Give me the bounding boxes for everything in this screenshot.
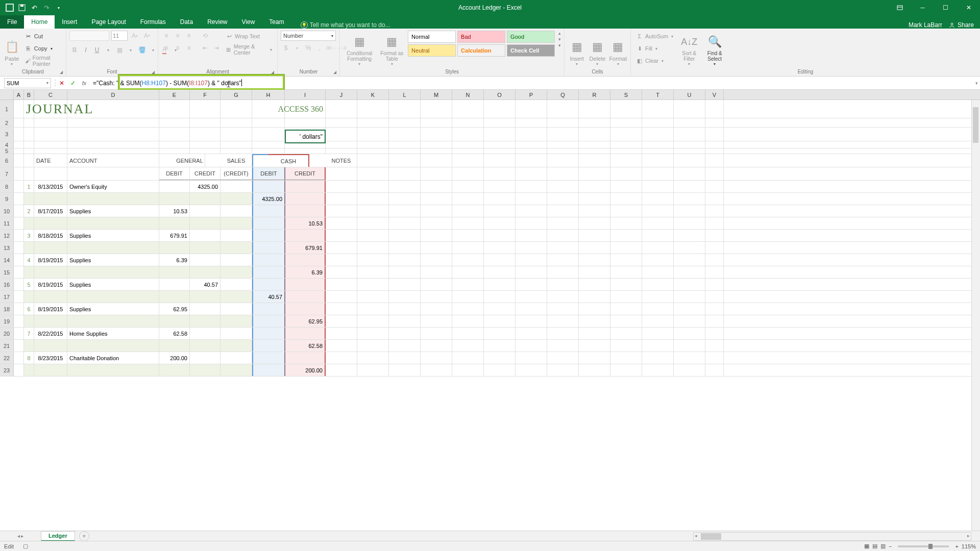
cell[interactable]: [642, 303, 674, 315]
cell[interactable]: [421, 141, 452, 148]
access-360-label[interactable]: ACCESS 360: [285, 100, 326, 118]
cell[interactable]: [579, 279, 610, 290]
cell[interactable]: [389, 100, 421, 118]
cell[interactable]: [220, 242, 252, 254]
cell[interactable]: [34, 118, 67, 127]
cell[interactable]: [579, 100, 610, 118]
tab-insert[interactable]: Insert: [55, 15, 84, 29]
cell[interactable]: [24, 167, 34, 180]
cell[interactable]: [674, 100, 705, 118]
cell[interactable]: [326, 128, 357, 141]
cell[interactable]: [14, 328, 24, 339]
cell[interactable]: [516, 181, 547, 192]
cell[interactable]: [220, 128, 252, 141]
cell[interactable]: [610, 100, 642, 118]
cell[interactable]: [642, 340, 674, 352]
cell[interactable]: [389, 217, 421, 229]
cell[interactable]: [705, 154, 724, 167]
hdr-notes[interactable]: NOTES: [326, 154, 357, 167]
entry-credit-g[interactable]: [220, 230, 252, 241]
cell[interactable]: [642, 315, 674, 327]
entry-account[interactable]: Owner's Equity: [67, 181, 159, 192]
cell[interactable]: [705, 148, 724, 154]
orientation-icon[interactable]: ⟲: [200, 31, 210, 41]
entry-credit-i[interactable]: [285, 279, 326, 290]
row-header[interactable]: 15: [0, 266, 14, 278]
cell[interactable]: [516, 315, 547, 327]
normal-view-icon[interactable]: ▦: [864, 543, 869, 549]
entry-credit-g[interactable]: [220, 181, 252, 192]
entry-credit-i2[interactable]: 10.53: [285, 217, 326, 229]
entry-credit-i[interactable]: [285, 303, 326, 315]
cell[interactable]: [547, 100, 579, 118]
cell[interactable]: [705, 242, 724, 254]
hdr-debit-e[interactable]: DEBIT: [159, 167, 190, 180]
cell[interactable]: [674, 242, 705, 254]
cell[interactable]: [326, 193, 357, 205]
entry-debit-e[interactable]: 200.00: [159, 352, 190, 364]
cell[interactable]: [67, 193, 159, 205]
cell[interactable]: [14, 303, 24, 315]
cell[interactable]: [357, 340, 389, 352]
row-header[interactable]: 23: [0, 364, 14, 376]
cell[interactable]: [34, 141, 67, 148]
cell[interactable]: [642, 100, 674, 118]
cell[interactable]: [579, 181, 610, 192]
cell[interactable]: [326, 242, 357, 254]
cell[interactable]: [705, 328, 724, 339]
col-header-G[interactable]: G: [220, 90, 252, 99]
align-center-icon[interactable]: ≡: [173, 43, 183, 53]
cell[interactable]: [579, 230, 610, 241]
cell[interactable]: [579, 154, 610, 167]
entry-date[interactable]: 8/13/2015: [34, 181, 67, 192]
row-header[interactable]: 12: [0, 230, 14, 241]
cell[interactable]: [484, 266, 516, 278]
entry-account[interactable]: Home Supplies: [67, 328, 159, 339]
insert-function-button[interactable]: fx: [79, 78, 90, 88]
cell[interactable]: [547, 193, 579, 205]
cell[interactable]: [159, 315, 190, 327]
align-right-icon[interactable]: ≡: [184, 43, 194, 53]
entry-debit-h[interactable]: [252, 328, 285, 339]
cell[interactable]: [484, 100, 516, 118]
copy-button[interactable]: ⎘Copy▾: [23, 43, 63, 54]
cell[interactable]: [326, 141, 357, 148]
cell[interactable]: [326, 364, 357, 376]
cell[interactable]: [159, 100, 190, 118]
cell[interactable]: [389, 193, 421, 205]
cell[interactable]: [705, 303, 724, 315]
cell[interactable]: [705, 254, 724, 266]
align-middle-icon[interactable]: ≡: [173, 31, 183, 41]
cell[interactable]: [516, 205, 547, 217]
cell[interactable]: [67, 167, 159, 180]
cell[interactable]: [452, 205, 484, 217]
cell[interactable]: [14, 291, 24, 303]
cell[interactable]: [642, 205, 674, 217]
entry-debit-e[interactable]: [159, 181, 190, 192]
cell[interactable]: [389, 141, 421, 148]
cell[interactable]: [610, 315, 642, 327]
cell[interactable]: [421, 217, 452, 229]
cell[interactable]: [579, 254, 610, 266]
cell[interactable]: [326, 303, 357, 315]
entry-account[interactable]: Supplies: [67, 303, 159, 315]
style-neutral[interactable]: Neutral: [408, 44, 456, 57]
borders-icon[interactable]: ▦: [114, 45, 125, 55]
cell[interactable]: [452, 128, 484, 141]
hdr-account[interactable]: ACCOUNT: [67, 154, 159, 167]
entry-credit-i2[interactable]: 200.00: [285, 364, 326, 376]
cell[interactable]: [14, 193, 24, 205]
cell[interactable]: [67, 340, 159, 352]
cell[interactable]: [452, 254, 484, 266]
row-header[interactable]: 14: [0, 254, 14, 266]
cell[interactable]: [547, 364, 579, 376]
cell[interactable]: [220, 148, 252, 154]
cell[interactable]: [547, 217, 579, 229]
increase-font-icon[interactable]: A▴: [130, 31, 140, 41]
cell[interactable]: [452, 340, 484, 352]
cell[interactable]: [14, 364, 24, 376]
cell[interactable]: [452, 230, 484, 241]
expand-formula-bar-icon[interactable]: ▾: [973, 81, 980, 86]
cell[interactable]: [389, 328, 421, 339]
cell[interactable]: [159, 193, 190, 205]
